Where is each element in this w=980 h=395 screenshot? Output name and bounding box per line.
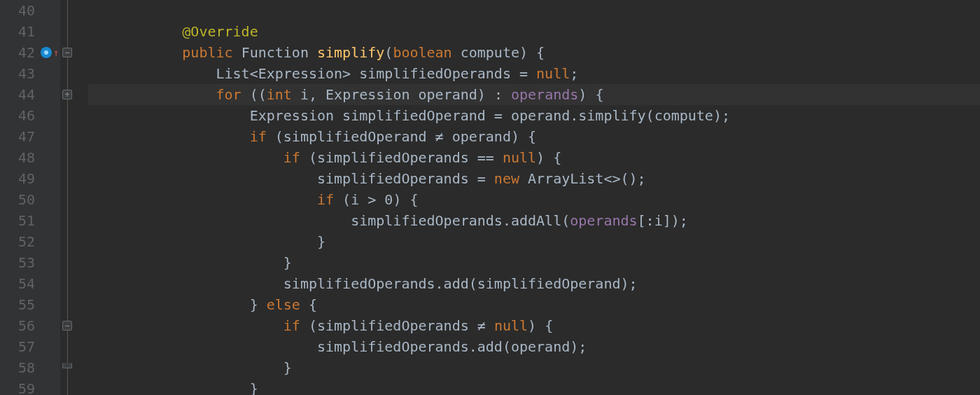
code-token — [115, 107, 250, 124]
code-line[interactable]: for ((int i, Expression operand) : opera… — [88, 84, 980, 105]
code-line[interactable]: if (simplifiedOperand ≠ operand) { — [88, 126, 980, 147]
override-circle-icon — [41, 47, 52, 58]
code-token: ( — [384, 44, 393, 61]
line-number: 55 — [0, 294, 35, 315]
code-token: } — [284, 254, 292, 271]
code-token: new — [494, 170, 528, 187]
code-token: int — [267, 86, 300, 103]
code-token — [115, 44, 182, 61]
code-token: Expression simplifiedOperand = operand.s… — [250, 107, 730, 124]
fold-end-icon[interactable] — [62, 363, 72, 368]
code-token — [115, 275, 284, 292]
line-number: 49 — [0, 168, 35, 189]
line-number: 47 — [0, 126, 35, 147]
code-token: null — [503, 149, 536, 166]
code-line[interactable]: Expression simplifiedOperand = operand.s… — [88, 105, 980, 126]
code-token — [115, 86, 216, 103]
code-token: if — [284, 317, 309, 334]
line-number: 56 — [0, 315, 35, 336]
code-line[interactable]: @Override — [88, 21, 980, 42]
code-token — [115, 338, 317, 355]
code-token: ArrayList — [528, 170, 603, 187]
code-token: (simplifiedOperands — [309, 149, 477, 166]
code-token: , — [309, 86, 326, 103]
code-token: null — [494, 317, 528, 334]
line-number: 52 — [0, 231, 35, 252]
code-token — [115, 191, 317, 208]
code-token: i — [300, 86, 309, 103]
code-token: simplify — [317, 44, 384, 61]
code-line[interactable]: simplifiedOperands.addAll(operands[:i]); — [88, 210, 980, 231]
code-line[interactable] — [88, 0, 980, 21]
code-token: ) { — [519, 44, 545, 61]
line-number: 48 — [0, 147, 35, 168]
code-token: [:i]); — [638, 212, 688, 229]
code-token — [486, 317, 494, 334]
code-token: simplifiedOperands = — [317, 170, 494, 187]
code-token — [115, 149, 284, 166]
code-token: Expression operand — [326, 86, 477, 103]
code-token — [115, 212, 351, 229]
code-line[interactable]: simplifiedOperands.add(operand); — [88, 336, 980, 357]
code-token — [115, 254, 284, 271]
fold-column: −+− — [60, 0, 88, 395]
line-number: 54 — [0, 273, 35, 294]
code-token: ) { — [578, 86, 603, 103]
code-line[interactable]: List<Expression> simplifiedOperands = nu… — [88, 63, 980, 84]
code-token: <> — [603, 170, 620, 187]
line-number: 53 — [0, 252, 35, 273]
code-token: operand) { — [444, 128, 536, 145]
code-line[interactable]: public Function simplify(boolean compute… — [88, 42, 980, 63]
fold-collapse-icon[interactable]: − — [62, 321, 72, 331]
code-line[interactable]: } else { — [88, 294, 980, 315]
code-token — [115, 296, 250, 313]
line-number: 41 — [0, 21, 35, 42]
code-token: ≠ — [435, 128, 444, 145]
code-line[interactable]: simplifiedOperands.add(simplifiedOperand… — [88, 273, 980, 294]
fold-guide-line — [67, 0, 68, 395]
line-number: 51 — [0, 210, 35, 231]
code-line[interactable]: } — [88, 231, 980, 252]
line-number: 58 — [0, 357, 35, 378]
code-token: 0 — [384, 191, 393, 208]
code-token: } — [250, 380, 258, 395]
code-token: ) : — [477, 86, 511, 103]
code-token: ) { — [393, 191, 418, 208]
navigate-up-icon: ↑ — [53, 42, 59, 63]
code-line[interactable]: } — [88, 252, 980, 273]
code-line[interactable]: if (simplifiedOperands ≠ null) { — [88, 315, 980, 336]
code-token: } — [317, 233, 326, 250]
code-token: null — [536, 65, 570, 82]
code-token: compute — [461, 44, 519, 61]
code-line[interactable]: if (i > 0) { — [88, 189, 980, 210]
code-line[interactable]: } — [88, 378, 980, 395]
code-token — [115, 317, 284, 334]
code-token: ; — [570, 65, 578, 82]
code-editor[interactable]: 40414243444647484950515253545556575859 ↑… — [0, 0, 980, 395]
code-token: @Override — [182, 23, 258, 40]
line-number-gutter: 40414243444647484950515253545556575859 — [0, 0, 39, 395]
code-token: (i > — [342, 191, 384, 208]
code-token: else — [267, 296, 309, 313]
code-token: (( — [250, 86, 267, 103]
line-number: 59 — [0, 378, 35, 395]
code-token: } — [250, 296, 267, 313]
code-token: ≠ — [477, 317, 486, 334]
implements-marker[interactable]: ↑ — [39, 42, 60, 63]
code-line[interactable]: simplifiedOperands = new ArrayList<>(); — [88, 168, 980, 189]
fold-collapse-icon[interactable]: − — [62, 48, 72, 57]
code-token — [494, 149, 503, 166]
line-number: 43 — [0, 63, 35, 84]
code-area[interactable]: @Override public Function simplify(boole… — [88, 0, 980, 395]
code-token: simplifiedOperands.add(simplifiedOperand… — [284, 275, 638, 292]
code-token: boolean — [393, 44, 460, 61]
code-line[interactable]: } — [88, 357, 980, 378]
code-token: operands — [511, 86, 578, 103]
code-token: (simplifiedOperand — [275, 128, 435, 145]
fold-expand-icon[interactable]: + — [62, 90, 72, 99]
line-number: 46 — [0, 105, 35, 126]
code-token: (); — [621, 170, 646, 187]
line-number: 40 — [0, 0, 35, 21]
code-token: simplifiedOperands.addAll( — [351, 212, 570, 229]
code-line[interactable]: if (simplifiedOperands == null) { — [88, 147, 980, 168]
